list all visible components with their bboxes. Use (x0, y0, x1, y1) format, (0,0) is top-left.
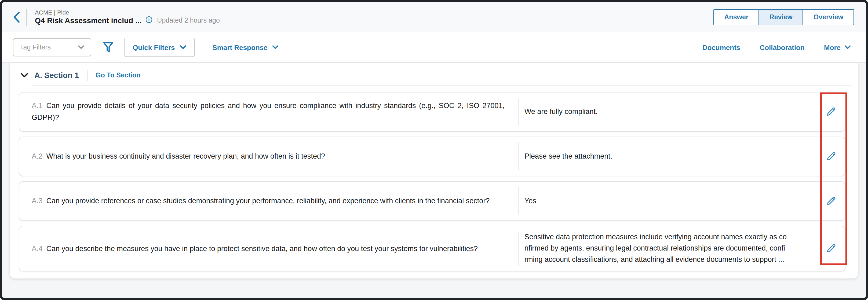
question-cell: A.1Can you provide details of your data … (19, 92, 518, 131)
tag-filters-placeholder: Tag Filters (20, 44, 51, 51)
quick-filters-label: Quick Filters (132, 43, 175, 51)
question-row-a2: A.2What is your business continuity and … (19, 137, 845, 176)
breadcrumb: ACME | Pide (35, 9, 220, 16)
question-id: A.2 (32, 152, 43, 160)
question-list: A.1Can you provide details of your data … (10, 86, 858, 272)
app-window: ACME | Pide Q4 Risk Assessment includ ..… (0, 0, 868, 300)
answer-text: Please see the attachment. (524, 151, 612, 162)
window-frame: ACME | Pide Q4 Risk Assessment includ ..… (0, 0, 868, 300)
section-header: A. Section 1 Go To Section (10, 63, 858, 85)
content-area: A. Section 1 Go To Section A.1Can you pr… (2, 63, 866, 298)
question-id: A.4 (32, 244, 43, 252)
filter-funnel-button[interactable] (103, 42, 113, 53)
question-text: A.1Can you provide details of your data … (32, 100, 504, 124)
smart-response-label: Smart Response (213, 43, 268, 51)
chevron-down-icon (844, 45, 851, 50)
answer-tab-button[interactable]: Answer (714, 9, 758, 24)
header-divider (26, 8, 27, 26)
more-menu-button[interactable]: More (824, 43, 851, 51)
more-label: More (824, 43, 841, 51)
answer-text: Sensitive data protection measures inclu… (524, 232, 787, 266)
overview-tab-button[interactable]: Overview (803, 9, 854, 24)
question-text: A.2What is your business continuity and … (32, 151, 325, 162)
top-header: ACME | Pide Q4 Risk Assessment includ ..… (2, 2, 866, 32)
pencil-icon (825, 195, 837, 207)
review-tab-button[interactable]: Review (759, 9, 803, 24)
funnel-icon (103, 42, 113, 53)
pencil-icon (825, 151, 837, 162)
edit-answer-button[interactable] (824, 149, 838, 163)
view-switch: Answer Review Overview (713, 9, 854, 25)
updated-timestamp: Updated 2 hours ago (157, 17, 220, 24)
title-row: Q4 Risk Assessment includ ... Updated 2 … (35, 16, 220, 25)
question-text: A.3Can you provide references or case st… (32, 195, 490, 207)
section-panel: A. Section 1 Go To Section A.1Can you pr… (10, 63, 858, 278)
title-block: ACME | Pide Q4 Risk Assessment includ ..… (35, 9, 220, 25)
pencil-icon (825, 106, 837, 118)
question-text: A.4Can you describe the measures you hav… (32, 243, 478, 254)
question-body: Can you provide references or case studi… (46, 197, 490, 205)
section-divider (88, 70, 88, 81)
screen: ACME | Pide Q4 Risk Assessment includ ..… (2, 2, 866, 298)
edit-answer-button[interactable] (824, 242, 838, 256)
question-row-a3: A.3Can you provide references or case st… (19, 181, 845, 221)
smart-response-button[interactable]: Smart Response (209, 43, 282, 52)
documents-link[interactable]: Documents (703, 43, 741, 51)
question-id: A.3 (32, 197, 43, 205)
chevron-left-icon (13, 10, 20, 23)
question-row-a1: A.1Can you provide details of your data … (19, 92, 845, 132)
page-title: Q4 Risk Assessment includ ... (35, 16, 142, 25)
back-button[interactable] (13, 10, 20, 23)
edit-answer-button[interactable] (824, 194, 838, 208)
chevron-down-icon (272, 45, 279, 50)
question-cell: A.2What is your business continuity and … (19, 137, 518, 176)
question-body: Can you describe the measures you have i… (46, 244, 478, 252)
quick-filters-button[interactable]: Quick Filters (124, 38, 195, 57)
answer-cell: Yes (519, 182, 845, 220)
question-body: Can you provide details of your data sec… (32, 102, 504, 121)
question-body: What is your business continuity and dis… (46, 152, 325, 160)
question-cell: A.3Can you provide references or case st… (19, 182, 518, 220)
collaboration-link[interactable]: Collaboration (760, 43, 805, 51)
answer-cell: Please see the attachment. (519, 137, 845, 176)
info-icon[interactable] (145, 16, 152, 23)
answer-text: We are fully compliant. (524, 106, 598, 117)
go-to-section-link[interactable]: Go To Section (96, 72, 141, 79)
pencil-icon (825, 243, 837, 254)
answer-cell: Sensitive data protection measures inclu… (519, 226, 845, 271)
chevron-down-icon (78, 45, 84, 50)
toolbar-links: Documents Collaboration More (703, 43, 851, 51)
answer-text: Yes (524, 195, 536, 207)
chevron-down-icon (180, 45, 186, 50)
question-cell: A.4Can you describe the measures you hav… (19, 226, 518, 271)
filter-toolbar: Tag Filters Quick Filters Smart Response… (2, 32, 866, 63)
section-collapse-button[interactable] (21, 73, 28, 78)
chevron-down-icon (21, 73, 28, 78)
section-title: A. Section 1 (34, 71, 79, 80)
edit-answer-button[interactable] (824, 105, 838, 119)
question-id: A.1 (32, 102, 43, 110)
question-row-a4: A.4Can you describe the measures you hav… (19, 226, 845, 272)
answer-cell: We are fully compliant. (519, 92, 845, 131)
tag-filters-select[interactable]: Tag Filters (13, 38, 91, 56)
